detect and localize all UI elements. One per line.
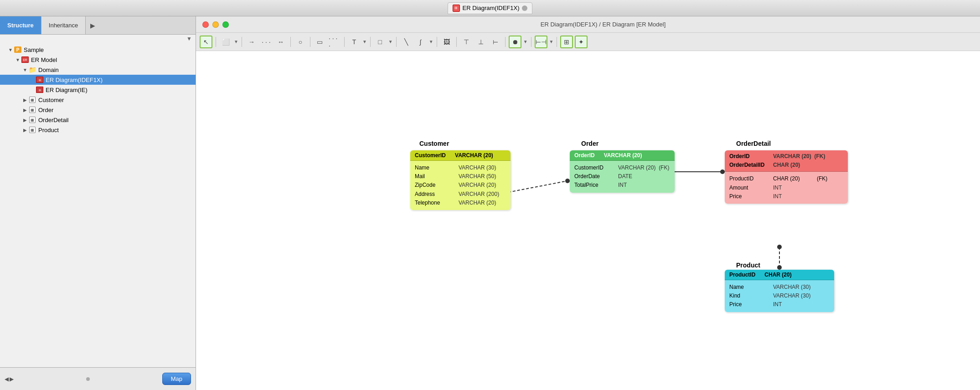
main-layout: Structure Inheritance ▶ ▼ ▼ P Sample ▼ (0, 16, 980, 390)
product-title-label: Product (736, 262, 760, 269)
customer-title-label: Customer (419, 140, 449, 147)
window-controls: ER Diagram(IDEF1X) / ER Diagram [ER Mode… (196, 16, 980, 33)
tool-rect-dropdown[interactable]: ▼ (388, 39, 393, 44)
left-panel: Structure Inheritance ▶ ▼ ▼ P Sample ▼ (0, 16, 196, 390)
map-button[interactable]: Map (162, 373, 191, 385)
minimize-button[interactable] (212, 21, 219, 28)
tree-item-order[interactable]: ▶ ▦ Order (0, 105, 196, 115)
order-pk-name: OrderID (574, 152, 595, 159)
maximize-button[interactable] (222, 21, 229, 28)
orderdetail-title-label: OrderDetail (736, 140, 771, 147)
svg-line-0 (508, 181, 567, 192)
tool-circle[interactable]: ○ (294, 36, 307, 48)
nav-left[interactable]: ◀ (5, 376, 9, 382)
tool-dotted[interactable]: · · · · (328, 36, 341, 48)
tool-layout2[interactable]: ⊞ (560, 36, 573, 48)
tree-item-sample[interactable]: ▼ P Sample (0, 45, 196, 55)
tree-item-domain[interactable]: ▼ 📁 Domain (0, 65, 196, 75)
sep11 (531, 37, 531, 47)
entity-orderdetail[interactable]: OrderIDVARCHAR (20) (FK) OrderDetailIDCH… (725, 150, 848, 204)
right-panel: ER Diagram(IDEF1X) / ER Diagram [ER Mode… (196, 16, 980, 390)
close-button[interactable] (522, 5, 527, 11)
tool-stars[interactable]: ✦ (575, 36, 588, 48)
tool-line-dropdown[interactable]: ▼ (429, 39, 433, 44)
order-field-customerid: CustomerIDVARCHAR (20) (FK) (574, 164, 670, 172)
tool-rect2[interactable]: □ (374, 36, 387, 48)
tab-arrow[interactable]: ▶ (86, 16, 99, 34)
orderdetail-field-price: PriceINT (729, 192, 843, 201)
tool-frame[interactable]: ⬜ (219, 36, 232, 48)
left-bottom: ◀ ▶ Map (0, 367, 196, 390)
sep7 (396, 37, 397, 47)
tool-layout1-dropdown[interactable]: ▼ (549, 39, 554, 44)
order-pk-type: VARCHAR (20) (604, 152, 642, 159)
customer-field-mail: MailVARCHAR (50) (415, 172, 506, 181)
left-tabs: Structure Inheritance ▶ (0, 16, 196, 35)
customer-field-name: NameVARCHAR (30) (415, 164, 506, 172)
order-field-orderdate: OrderDateDATE (574, 172, 670, 181)
tab-structure[interactable]: Structure (0, 16, 41, 34)
sep9 (456, 37, 457, 47)
order-title-label: Order (581, 140, 598, 147)
tool-text[interactable]: T (348, 36, 361, 48)
tool-text-dropdown[interactable]: ▼ (362, 39, 367, 44)
tool-dashed[interactable]: · · · (260, 36, 273, 48)
tool-rect[interactable]: ▭ (314, 36, 326, 48)
tool-select[interactable]: ↖ (200, 36, 212, 48)
product-field-kind: KindVARCHAR (30) (729, 292, 830, 300)
tool-align-mid[interactable]: ⊥ (475, 36, 487, 48)
sep6 (370, 37, 371, 47)
scroll-indicator: ▼ (0, 35, 196, 43)
nav-right[interactable]: ▶ (10, 376, 14, 382)
entity-product[interactable]: ProductID CHAR (20) NameVARCHAR (30) Kin… (725, 270, 834, 312)
entity-order[interactable]: OrderID VARCHAR (20) CustomerIDVARCHAR (… (570, 150, 675, 193)
title-tab[interactable]: ⊞ ER Diagram(IDEF1X) (448, 2, 533, 14)
tree-item-er-diag-ie[interactable]: ⊞ ER Diagram(IE) (0, 85, 196, 95)
diagram-canvas[interactable]: Customer CustomerID VARCHAR (20) NameVAR… (196, 51, 980, 390)
entity-customer[interactable]: CustomerID VARCHAR (20) NameVARCHAR (30)… (410, 150, 511, 210)
tool-record[interactable]: ⏺ (509, 36, 521, 48)
tool-line[interactable]: ╲ (400, 36, 413, 48)
tool-double-arrow[interactable]: ↔ (274, 36, 287, 48)
tool-arrow[interactable]: → (245, 36, 258, 48)
tab-inheritance[interactable]: Inheritance (41, 16, 86, 34)
title-bar: ⊞ ER Diagram(IDEF1X) (0, 0, 980, 16)
tree-item-er-model[interactable]: ▼ ER ER Model (0, 55, 196, 65)
tree-item-orderdetail[interactable]: ▶ ▦ OrderDetail (0, 115, 196, 125)
orderdetail-pk1: OrderIDVARCHAR (20) (FK) (729, 152, 843, 161)
scroll-knob (86, 377, 90, 381)
product-pk-type: CHAR (20) (764, 272, 791, 278)
tree-container[interactable]: ▼ P Sample ▼ ER ER Model ▼ 📁 Domain (0, 43, 196, 367)
orderdetail-field-productid: ProductIDCHAR (20)(FK) (729, 174, 843, 183)
customer-field-zipcode: ZipCodeVARCHAR (20) (415, 181, 506, 190)
tool-align-right[interactable]: ⊢ (489, 36, 502, 48)
tool-frame-dropdown[interactable]: ▼ (234, 39, 238, 44)
sep12 (557, 37, 557, 47)
orderdetail-field-amount: AmountINT (729, 184, 843, 192)
tool-record-dropdown[interactable]: ▼ (523, 39, 528, 44)
tree-item-product[interactable]: ▶ ▦ Product (0, 125, 196, 135)
customer-field-telephone: TelephoneVARCHAR (20) (415, 199, 506, 207)
sep10 (505, 37, 505, 47)
close-button[interactable] (202, 21, 209, 28)
orderdetail-pk2: OrderDetailIDCHAR (20) (729, 161, 843, 169)
tree-item-er-diag-idef1x[interactable]: ⊞ ER Diagram(IDEF1X) (0, 75, 196, 85)
toolbar: ↖ ⬜ ▼ → · · · ↔ ○ ▭ · · · · T ▼ □ ▼ ╲ ∫ … (196, 33, 980, 51)
tool-layout1[interactable]: ⊢⊣ (535, 36, 547, 48)
product-pk-name: ProductID (729, 272, 755, 278)
window-title: ER Diagram(IDEF1X) (463, 5, 520, 11)
nav-arrows: ◀ ▶ (5, 376, 14, 382)
product-field-name: NameVARCHAR (30) (729, 283, 830, 292)
sep2 (242, 37, 242, 47)
tool-image[interactable]: 🖼 (440, 36, 453, 48)
sep5 (344, 37, 345, 47)
tool-align-top[interactable]: ⊤ (460, 36, 473, 48)
sep3 (290, 37, 291, 47)
order-field-totalprice: TotalPriceINT (574, 181, 670, 190)
customer-pk-name: CustomerID (415, 152, 446, 159)
tool-curve[interactable]: ∫ (414, 36, 427, 48)
tab-icon: ⊞ (453, 5, 460, 12)
svg-point-2 (565, 179, 570, 183)
customer-pk-type: VARCHAR (20) (455, 152, 493, 159)
tree-item-customer[interactable]: ▶ ▦ Customer (0, 95, 196, 105)
